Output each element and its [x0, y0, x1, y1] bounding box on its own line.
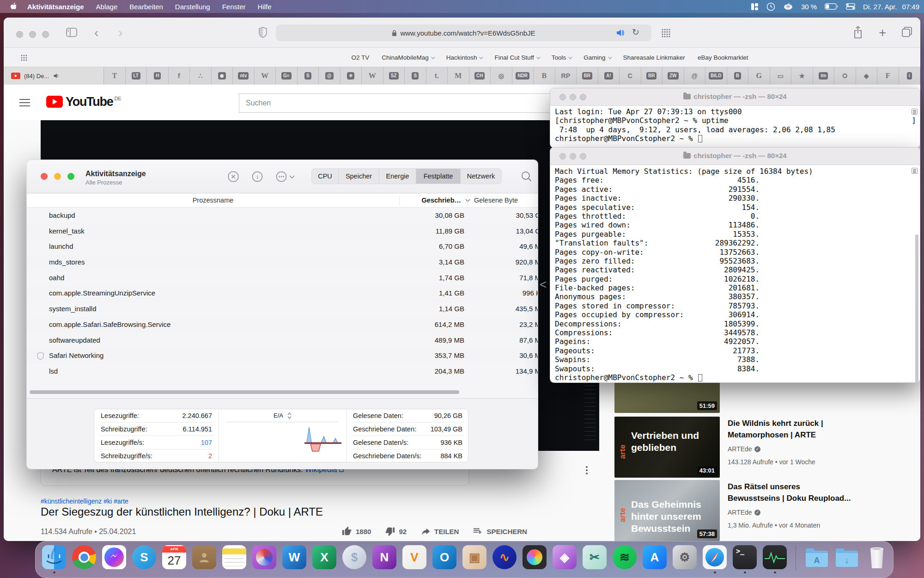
browser-tab-16[interactable]: M: [448, 67, 469, 85]
related-channel[interactable]: ARTEde✓: [728, 509, 760, 516]
dock-terminal[interactable]: >_: [733, 545, 757, 569]
dock-final-cut-pro[interactable]: [523, 545, 547, 569]
browser-tab-9[interactable]: S: [298, 67, 319, 85]
browser-tab-34[interactable]: O: [834, 67, 856, 85]
mute-icon[interactable]: [615, 28, 625, 37]
tab-active-youtube[interactable]: (84) De...: [4, 67, 104, 85]
process-row[interactable]: oahd1,74 GB71,8 MB: [27, 271, 538, 286]
reload-icon[interactable]: ↻: [632, 27, 639, 37]
inspect-icon[interactable]: i: [251, 170, 264, 183]
process-row[interactable]: com.apple.Safari.SafeBrowsing.Service614…: [27, 317, 538, 333]
browser-tab-3[interactable]: f: [169, 67, 190, 85]
dock-folder-applications[interactable]: A: [805, 545, 829, 569]
extensions-icon[interactable]: [662, 29, 670, 37]
dock-onenote[interactable]: N: [372, 545, 396, 569]
menu-date[interactable]: Di. 27. Apr.: [863, 3, 897, 11]
tab-overview-icon[interactable]: [902, 27, 912, 37]
bookmark-o2-tv[interactable]: O2 TV: [352, 54, 370, 61]
related-channel[interactable]: ARTEde✓: [728, 445, 760, 453]
more-options-icon[interactable]: [582, 465, 591, 476]
dock-trash[interactable]: [865, 545, 889, 569]
dock-screenshot-app[interactable]: ✂: [583, 545, 607, 569]
dock-app-store[interactable]: A: [643, 545, 667, 569]
browser-tab-23[interactable]: A!: [598, 67, 620, 85]
dock-spotify[interactable]: ≋: [613, 545, 637, 569]
youtube-logo[interactable]: YouTube DE: [46, 96, 122, 108]
apple-icon[interactable]: [10, 2, 18, 11]
browser-tab-35[interactable]: ◆: [856, 67, 878, 85]
save-button[interactable]: SPEICHERN: [473, 526, 527, 536]
dock-audacity[interactable]: ∿: [492, 545, 517, 569]
related-title[interactable]: Die Wildnis kehrt zurück |Metamorphosen …: [728, 418, 880, 441]
menu-fenster[interactable]: Fenster: [222, 3, 246, 11]
close-button[interactable]: [41, 173, 48, 180]
dock-affinity[interactable]: ◈: [553, 545, 577, 569]
dock-word[interactable]: W: [282, 545, 306, 569]
tab-festplatte[interactable]: Festplatte: [416, 169, 461, 184]
dock-package-app[interactable]: ▣: [462, 545, 486, 569]
browser-tab-11[interactable]: ✳: [340, 67, 362, 85]
tab-cpu[interactable]: CPU: [312, 169, 339, 184]
browser-tab-5[interactable]: ◉: [212, 67, 233, 85]
browser-tab-31[interactable]: ▭: [770, 67, 792, 85]
browser-tab-22[interactable]: BR: [577, 67, 598, 85]
browser-tab-29[interactable]: B: [727, 67, 749, 85]
browser-tab-24[interactable]: C: [620, 67, 641, 85]
browser-tab-1[interactable]: LT: [126, 67, 147, 85]
forward-button[interactable]: ›: [118, 28, 122, 38]
io-chart-label[interactable]: E/A: [274, 412, 283, 419]
browser-tab-0[interactable]: T: [104, 67, 126, 85]
dock-excel[interactable]: X: [312, 545, 336, 569]
tab-audio-icon[interactable]: [53, 73, 60, 79]
browser-tab-18[interactable]: ◎: [491, 67, 512, 85]
browser-tab-28[interactable]: BILD: [705, 67, 727, 85]
related-title[interactable]: Das Rätsel unseresBewusstseins | Doku Re…: [728, 481, 880, 504]
menu-bearbeiten[interactable]: Bearbeiten: [129, 3, 163, 11]
quit-process-icon[interactable]: [227, 170, 240, 183]
browser-tab-20[interactable]: B: [534, 67, 555, 85]
bookmark-chinamobilemag[interactable]: ChinaMobileMag: [382, 54, 433, 61]
menu-darstellung[interactable]: Darstellung: [175, 3, 210, 11]
browser-tab-12[interactable]: W: [362, 67, 383, 85]
dock-calendar[interactable]: APR27: [162, 545, 186, 569]
browser-tab-6[interactable]: ntv: [233, 67, 255, 85]
column-gelesene[interactable]: Gelesene Byte: [474, 197, 518, 204]
tab-energie[interactable]: Energie: [379, 169, 416, 184]
dock-banking[interactable]: $: [342, 545, 366, 569]
browser-tab-13[interactable]: SZ: [383, 67, 405, 85]
share-button[interactable]: TEILEN: [420, 526, 459, 536]
browser-tab-15[interactable]: t.: [426, 67, 448, 85]
browser-tab-8[interactable]: G≡: [276, 67, 298, 85]
column-geschrieben[interactable]: Geschrieb…: [422, 197, 461, 204]
browser-tab-26[interactable]: ZW: [663, 67, 684, 85]
browser-tab-21[interactable]: RP: [555, 67, 577, 85]
dock-photoscape[interactable]: [252, 545, 276, 569]
process-row[interactable]: mds_stores3,14 GB920,8 MB: [27, 255, 538, 271]
dislike-button[interactable]: 92: [385, 526, 407, 536]
minimize-button[interactable]: [29, 31, 36, 38]
share-icon[interactable]: [853, 26, 863, 39]
menu-ablage[interactable]: Ablage: [96, 3, 118, 11]
browser-tab-25[interactable]: BR: [641, 67, 663, 85]
minimize-button[interactable]: [54, 173, 61, 180]
zoom-button[interactable]: [67, 173, 74, 180]
bookmark-tools[interactable]: Tools: [552, 54, 571, 61]
bookmark-hackintosh[interactable]: Hackintosh: [446, 54, 482, 61]
process-row[interactable]: Safari Networking353,7 MB30,6 MB: [27, 348, 538, 364]
url-bar[interactable]: www.youtube.com/watch?v=E6WdsG5nbJE ↻: [276, 25, 651, 41]
browser-tab-2[interactable]: H: [147, 67, 169, 85]
related-thumbnail[interactable]: arteVertrieben undgeblieben43:01: [614, 417, 720, 478]
bookmark-shareasale-linkmaker[interactable]: Shareasale Linkmaker: [623, 54, 685, 61]
privacy-shield-icon[interactable]: [259, 27, 267, 38]
caffeine-icon[interactable]: [783, 3, 793, 10]
tab-netzwerk[interactable]: Netzwerk: [461, 169, 501, 184]
horizontal-scrollbar[interactable]: [30, 390, 459, 394]
process-row[interactable]: backupd30,08 GB30,53 GB: [27, 208, 538, 224]
dock-skype[interactable]: S: [132, 545, 156, 569]
like-button[interactable]: 1880: [342, 526, 371, 536]
browser-tab-33[interactable]: tm: [813, 67, 835, 85]
dock-contacts[interactable]: [192, 545, 216, 569]
menu-app-name[interactable]: Aktivitätsanzeige: [27, 3, 84, 11]
time-machine-icon[interactable]: [766, 2, 775, 11]
more-options-icon[interactable]: [275, 170, 297, 183]
